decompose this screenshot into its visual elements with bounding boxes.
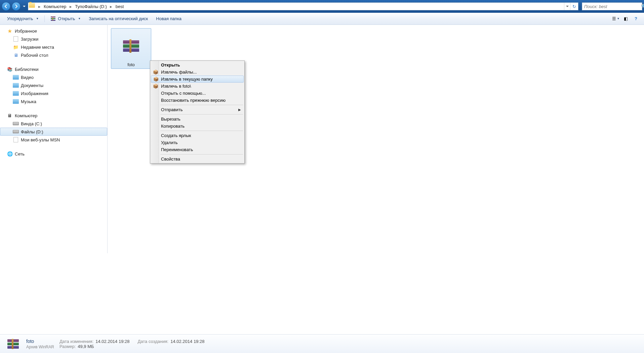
main-area: ★Избранное Загрузки 📁Недавние места 🖥Раб… [0,25,644,253]
sidebar-item-music[interactable]: Музыка [0,97,107,105]
desktop-icon: 🖥 [13,52,19,58]
cm-label: Удалить [161,140,178,145]
music-icon [13,98,19,104]
cm-restore-prev[interactable]: Восстановить прежнюю версию [151,97,244,104]
libraries-icon: 📚 [7,66,13,72]
cm-properties[interactable]: Свойства [151,156,244,163]
sidebar-item-drive-c[interactable]: Винда (C:) [0,120,107,128]
sidebar-item-images[interactable]: Изображения [0,89,107,97]
chevron-down-icon: ▼ [36,17,39,20]
context-menu: Открыть 📦Извлечь файлы... 📦Извлечь в тек… [150,60,245,164]
new-folder-label: Новая папка [156,16,182,21]
video-icon [13,74,19,80]
winrar-icon: 📦 [153,84,158,89]
breadcrumb-part[interactable]: ТупоФайлы (D:) [73,3,109,10]
star-icon: ★ [7,28,13,34]
cm-open[interactable]: Открыть [151,61,244,69]
sidebar-label: Библиотеки [15,67,38,72]
address-bar[interactable]: ▸ Компьютер ▸ ТупоФайлы (D:) ▸ best ↻ [28,2,578,10]
search-box[interactable]: 🔍 [582,2,642,10]
folder-icon [29,3,36,10]
details-size-label: Размер: [59,344,76,349]
new-folder-button[interactable]: Новая папка [152,14,185,23]
sidebar-item-video[interactable]: Видео [0,73,107,81]
cm-label: Свойства [161,157,180,162]
details-pane: foto Архив WinRAR Дата изменения:14.02.2… [0,334,644,353]
view-options-button[interactable]: ☰▼ [611,15,620,23]
cm-label: Открыть с помощью... [161,91,206,96]
open-button[interactable]: Открыть▼ [47,14,84,23]
page-icon [13,36,19,42]
view-icon: ☰ [612,16,616,21]
sidebar-favorites[interactable]: ★Избранное [0,27,107,35]
chevron-down-icon: ▼ [78,17,81,20]
cm-label: Открыть [161,62,180,68]
address-dropdown[interactable] [564,3,570,10]
chevron-right-icon: ▶ [238,108,241,112]
organize-button[interactable]: Упорядочить▼ [3,14,42,23]
sidebar-label: Документы [21,83,43,88]
cm-copy[interactable]: Копировать [151,123,244,130]
burn-button[interactable]: Записать на оптический диск [85,14,152,23]
search-icon[interactable]: 🔍 [641,4,644,9]
cm-separator [160,154,243,155]
breadcrumb-part[interactable]: Компьютер [42,3,68,10]
cm-open-with[interactable]: Открыть с помощью... [151,90,244,97]
chevron-down-icon: ▼ [617,17,620,20]
details-type: Архив WinRAR [26,345,54,349]
sidebar-item-msn[interactable]: Мои веб-узлы MSN [0,136,107,144]
sidebar-network[interactable]: 🌐Сеть [0,150,107,158]
back-button[interactable] [2,2,10,11]
cm-extract-to[interactable]: 📦Извлечь в foto\ [151,83,244,90]
breadcrumb-sep[interactable]: ▸ [109,3,114,10]
cm-separator [160,131,243,131]
breadcrumb-part[interactable]: best [114,3,126,10]
toolbar-sep [44,15,45,22]
cm-extract-files[interactable]: 📦Извлечь файлы... [151,69,244,76]
nav-history-dropdown[interactable] [22,2,27,11]
details-created-value: 14.02.2014 19:28 [170,339,204,344]
cm-rename[interactable]: Переименовать [151,146,244,153]
winrar-icon [50,17,56,21]
drive-icon [13,129,19,135]
details-size-value: 49,9 МБ [78,344,94,349]
breadcrumb-sep[interactable]: ▸ [68,3,73,10]
file-item-foto[interactable]: foto [111,28,151,69]
cm-extract-here[interactable]: 📦Извлечь в текущую папку [151,76,244,83]
cm-create-shortcut[interactable]: Создать ярлык [151,132,244,139]
sidebar-label: Сеть [15,151,25,157]
sidebar-label: Рабочий стол [21,53,48,58]
preview-pane-button[interactable]: ◧ [621,15,631,23]
cm-separator [160,114,243,115]
cm-separator [160,105,243,105]
cm-label: Вырезать [161,117,180,122]
cm-label: Восстановить прежнюю версию [161,98,226,103]
network-icon: 🌐 [7,151,13,157]
cm-delete[interactable]: Удалить [151,139,244,146]
sidebar-libraries[interactable]: 📚Библиотеки [0,65,107,73]
documents-icon [13,82,19,88]
cm-cut[interactable]: Вырезать [151,116,244,123]
details-mod-label: Дата изменения: [59,339,93,344]
sidebar-label: Винда (C:) [21,121,42,126]
cm-label: Извлечь в текущую папку [161,77,213,82]
winrar-icon: 📦 [153,70,158,75]
help-button[interactable]: ? [631,15,641,23]
sidebar-computer[interactable]: 🖥Компьютер [0,112,107,120]
sidebar-item-documents[interactable]: Документы [0,81,107,89]
cm-label: Извлечь в foto\ [161,84,191,89]
refresh-button[interactable]: ↻ [570,3,578,10]
cm-label: Отправить [161,107,183,112]
sidebar-item-desktop[interactable]: 🖥Рабочий стол [0,51,107,59]
sidebar-label: Музыка [21,99,36,104]
sidebar-label: Видео [21,75,34,80]
sidebar-item-drive-d[interactable]: Файлы (D:) [0,128,107,136]
sidebar-item-downloads[interactable]: Загрузки [0,35,107,43]
search-input[interactable] [584,4,641,9]
cm-send-to[interactable]: Отправить▶ [151,106,244,113]
breadcrumb-sep[interactable]: ▸ [37,3,42,10]
sidebar-item-recent[interactable]: 📁Недавние места [0,43,107,51]
forward-button[interactable] [12,2,21,11]
sidebar-label: Компьютер [15,113,37,118]
sidebar-label: Избранное [15,29,37,34]
